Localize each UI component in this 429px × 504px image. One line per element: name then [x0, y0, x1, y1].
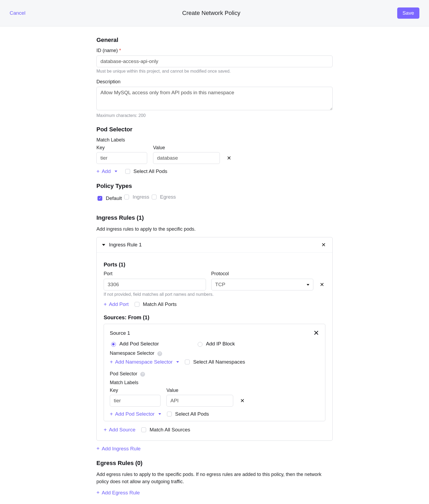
plus-icon: +	[96, 446, 100, 452]
pod-key-input[interactable]	[96, 152, 147, 164]
match-all-ports-label: Match All Ports	[143, 301, 177, 307]
select-all-namespaces-label: Select All Namespaces	[193, 359, 245, 365]
policy-egress-checkbox[interactable]	[152, 195, 157, 199]
source-select-all-pods-checkbox[interactable]	[167, 412, 172, 416]
remove-source-button[interactable]: ✕	[313, 329, 319, 337]
pod-selector-heading: Pod Selector	[96, 126, 333, 133]
pod-value-label: Value	[153, 145, 220, 151]
plus-icon: +	[104, 301, 107, 308]
source-ipblock-label: Add IP Block	[206, 341, 235, 347]
ingress-rule-card: Ingress Rule 1 ✕ Ports (1) Port Protocol…	[96, 237, 333, 441]
source-podselector-radio[interactable]	[111, 342, 116, 347]
select-all-pods-checkbox[interactable]	[125, 169, 130, 174]
remove-source-label-button[interactable]: ✕	[239, 397, 246, 404]
policy-ingress-checkbox[interactable]	[124, 195, 129, 199]
help-icon[interactable]: ?	[140, 372, 145, 377]
general-heading: General	[96, 37, 333, 44]
match-all-ports-checkbox[interactable]	[135, 302, 139, 307]
add-port-button[interactable]: + Add Port	[104, 301, 129, 308]
description-input[interactable]: Allow MySQL access only from API pods in…	[96, 87, 333, 110]
page-header: Cancel Create Network Policy Save	[0, 0, 429, 26]
id-hint: Must be unique within this project, and …	[96, 69, 333, 74]
plus-icon: +	[110, 359, 113, 365]
source-match-labels-heading: Match Labels	[110, 380, 319, 385]
source-card: Source 1 ✕ Add Pod Selector Add IP Block…	[104, 324, 325, 421]
add-ingress-rule-button[interactable]: + Add Ingress Rule	[96, 446, 141, 452]
egress-desc: Add egress rules to apply to the specifi…	[96, 471, 333, 485]
pod-key-label: Key	[96, 145, 147, 151]
description-label: Description	[96, 79, 333, 85]
source-key-label: Key	[110, 388, 161, 393]
pod-value-input[interactable]	[153, 152, 220, 164]
policy-ingress-label: Ingress	[132, 194, 149, 200]
help-icon[interactable]: ?	[157, 351, 162, 356]
ingress-heading: Ingress Rules (1)	[96, 214, 333, 221]
plus-icon: +	[104, 427, 107, 433]
ports-heading: Ports (1)	[104, 262, 325, 268]
add-egress-rule-button[interactable]: + Add Egress Rule	[96, 490, 140, 496]
add-namespace-selector-button[interactable]: + Add Namespace Selector	[110, 359, 179, 365]
plus-icon: +	[96, 168, 100, 175]
match-labels-heading: Match Labels	[96, 137, 333, 143]
description-hint: Maximum characters: 200	[96, 113, 333, 118]
port-label: Port	[104, 271, 206, 277]
policy-types-heading: Policy Types	[96, 183, 333, 190]
policy-default-label: Default	[106, 195, 122, 201]
cancel-button[interactable]: Cancel	[10, 10, 25, 16]
add-label-button[interactable]: + Add	[96, 168, 117, 175]
port-input[interactable]	[104, 279, 206, 290]
add-source-button[interactable]: + Add Source	[104, 427, 135, 433]
remove-ingress-rule-button[interactable]: ✕	[320, 242, 327, 248]
select-all-namespaces-checkbox[interactable]	[185, 360, 190, 364]
ingress-rule-title: Ingress Rule 1	[109, 242, 142, 248]
policy-default-checkbox[interactable]	[98, 196, 102, 201]
source-pod-selector-heading: Pod Selector ?	[110, 371, 319, 377]
source-value-label: Value	[166, 388, 233, 393]
caret-down-icon	[102, 244, 105, 246]
match-all-sources-checkbox[interactable]	[141, 427, 146, 432]
remove-label-button[interactable]: ✕	[226, 155, 232, 161]
id-input[interactable]	[96, 56, 333, 67]
source-value-input[interactable]	[166, 395, 233, 407]
policy-egress-label: Egress	[160, 194, 176, 200]
remove-port-button[interactable]: ✕	[319, 281, 325, 288]
source-title: Source 1	[110, 330, 130, 336]
plus-icon: +	[110, 411, 113, 417]
ingress-desc: Add ingress rules to apply to the specif…	[96, 226, 333, 233]
ingress-rule-header[interactable]: Ingress Rule 1 ✕	[97, 237, 332, 252]
id-label: ID (name) *	[96, 48, 333, 53]
save-button[interactable]: Save	[397, 7, 419, 19]
chevron-down-icon	[305, 282, 309, 288]
plus-icon: +	[96, 490, 100, 496]
source-select-all-pods-label: Select All Pods	[175, 411, 209, 417]
protocol-label: Protocol	[211, 271, 314, 277]
page-title: Create Network Policy	[182, 10, 240, 17]
source-key-input[interactable]	[110, 395, 161, 407]
egress-heading: Egress Rules (0)	[96, 460, 333, 467]
protocol-select[interactable]: TCP	[211, 279, 314, 290]
select-all-pods-label: Select All Pods	[134, 168, 167, 174]
source-podselector-label: Add Pod Selector	[119, 341, 159, 347]
source-ipblock-radio[interactable]	[198, 342, 202, 347]
sources-heading: Sources: From (1)	[104, 314, 325, 321]
port-hint: If not provided, field matches all port …	[104, 292, 325, 297]
match-all-sources-label: Match All Sources	[150, 427, 190, 433]
namespace-selector-heading: Namespace Selector ?	[110, 351, 319, 356]
add-pod-selector-button[interactable]: + Add Pod Selector	[110, 411, 161, 417]
